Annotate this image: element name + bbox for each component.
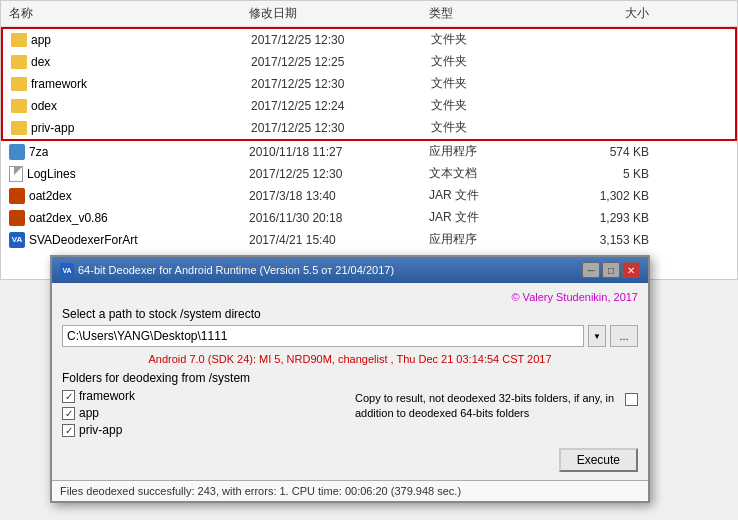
deodexer-dialog: VA 64-bit Deodexer for Android Runtime (… — [50, 255, 650, 503]
folders-left: Folders for deodexing from /system frame… — [62, 371, 345, 440]
file-type: 文件夹 — [431, 53, 551, 70]
path-input[interactable] — [62, 325, 584, 347]
table-row[interactable]: framework 2017/12/25 12:30 文件夹 — [3, 73, 735, 95]
file-date: 2017/3/18 13:40 — [249, 189, 429, 203]
table-header: 名称 修改日期 类型 大小 — [1, 1, 737, 27]
dialog-status: Files deodexed succesfully: 243, with er… — [52, 480, 648, 501]
file-name: LogLines — [27, 167, 76, 181]
minimize-button[interactable]: ─ — [582, 262, 600, 278]
checkbox[interactable] — [62, 424, 75, 437]
table-row[interactable]: odex 2017/12/25 12:24 文件夹 — [3, 95, 735, 117]
checkbox[interactable] — [62, 390, 75, 403]
file-type: 应用程序 — [429, 231, 549, 248]
file-size: 1,293 KB — [549, 211, 649, 225]
jar-icon — [9, 188, 25, 204]
dialog-title-icon: VA — [60, 263, 74, 277]
table-row[interactable]: dex 2017/12/25 12:25 文件夹 — [3, 51, 735, 73]
folder-icon — [11, 33, 27, 47]
selected-file-group: app 2017/12/25 12:30 文件夹 dex 2017/12/25 … — [1, 27, 737, 141]
table-row[interactable]: oat2dex_v0.86 2016/11/30 20:18 JAR 文件 1,… — [1, 207, 737, 229]
path-browse-button[interactable]: ... — [610, 325, 638, 347]
file-type: 文件夹 — [431, 97, 551, 114]
file-name: priv-app — [31, 121, 74, 135]
checkbox-label: framework — [79, 389, 135, 403]
path-label: Select a path to stock /system directo — [62, 307, 638, 321]
android-info: Android 7.0 (SDK 24): MI 5, NRD90M, chan… — [62, 353, 638, 365]
file-date: 2017/12/25 12:30 — [251, 77, 431, 91]
va-icon: VA — [9, 232, 25, 248]
file-name: odex — [31, 99, 57, 113]
file-date: 2017/4/21 15:40 — [249, 233, 429, 247]
checkbox-row[interactable]: app — [62, 406, 345, 420]
file-date: 2017/12/25 12:30 — [249, 167, 429, 181]
file-name: oat2dex — [29, 189, 72, 203]
table-row[interactable]: priv-app 2017/12/25 12:30 文件夹 — [3, 117, 735, 139]
file-size: 3,153 KB — [549, 233, 649, 247]
file-size: 1,302 KB — [549, 189, 649, 203]
dialog-window-controls: ─ □ ✕ — [582, 262, 640, 278]
file-type: 文件夹 — [431, 75, 551, 92]
file-name: 7za — [29, 145, 48, 159]
table-row[interactable]: oat2dex 2017/3/18 13:40 JAR 文件 1,302 KB — [1, 185, 737, 207]
table-row[interactable]: 7za 2010/11/18 11:27 应用程序 574 KB — [1, 141, 737, 163]
copy-text: Copy to result, not deodexed 32-bits fol… — [355, 391, 619, 422]
dialog-body: © Valery Studenikin, 2017 Select a path … — [52, 283, 648, 480]
header-size: 大小 — [549, 5, 649, 22]
header-name: 名称 — [9, 5, 249, 22]
close-button[interactable]: ✕ — [622, 262, 640, 278]
copyright-text: © Valery Studenikin, 2017 — [62, 291, 638, 303]
file-name: dex — [31, 55, 50, 69]
execute-row: Execute — [62, 448, 638, 472]
dialog-titlebar: VA 64-bit Deodexer for Android Runtime (… — [52, 257, 648, 283]
checkbox-label: priv-app — [79, 423, 122, 437]
file-type: 应用程序 — [429, 143, 549, 160]
copy-section: Copy to result, not deodexed 32-bits fol… — [355, 371, 638, 440]
file-date: 2017/12/25 12:30 — [251, 33, 431, 47]
file-date: 2017/12/25 12:25 — [251, 55, 431, 69]
file-date: 2017/12/25 12:24 — [251, 99, 431, 113]
file-name: framework — [31, 77, 87, 91]
table-row[interactable]: app 2017/12/25 12:30 文件夹 — [3, 29, 735, 51]
copy-checkbox[interactable] — [625, 393, 638, 406]
checkbox[interactable] — [62, 407, 75, 420]
folder-icon — [11, 55, 27, 69]
file-date: 2016/11/30 20:18 — [249, 211, 429, 225]
file-name: oat2dex_v0.86 — [29, 211, 108, 225]
file-type: JAR 文件 — [429, 209, 549, 226]
header-type: 类型 — [429, 5, 549, 22]
txt-icon — [9, 166, 23, 182]
exe-icon — [9, 144, 25, 160]
file-type: JAR 文件 — [429, 187, 549, 204]
execute-button[interactable]: Execute — [559, 448, 638, 472]
jar-icon — [9, 210, 25, 226]
maximize-button[interactable]: □ — [602, 262, 620, 278]
folders-label: Folders for deodexing from /system — [62, 371, 345, 385]
file-explorer: 名称 修改日期 类型 大小 app 2017/12/25 12:30 文件夹 d… — [0, 0, 738, 280]
file-date: 2017/12/25 12:30 — [251, 121, 431, 135]
folder-icon — [11, 99, 27, 113]
file-name: SVADeodexerForArt — [29, 233, 138, 247]
folders-section: Folders for deodexing from /system frame… — [62, 371, 638, 440]
checkbox-row[interactable]: priv-app — [62, 423, 345, 437]
path-dropdown-button[interactable]: ▼ — [588, 325, 606, 347]
file-date: 2010/11/18 11:27 — [249, 145, 429, 159]
file-type: 文件夹 — [431, 119, 551, 136]
table-row[interactable]: LogLines 2017/12/25 12:30 文本文档 5 KB — [1, 163, 737, 185]
file-type: 文件夹 — [431, 31, 551, 48]
file-type: 文本文档 — [429, 165, 549, 182]
folder-icon — [11, 77, 27, 91]
checkbox-label: app — [79, 406, 99, 420]
header-date: 修改日期 — [249, 5, 429, 22]
dialog-title-text: 64-bit Deodexer for Android Runtime (Ver… — [78, 264, 394, 276]
folder-icon — [11, 121, 27, 135]
dialog-title: VA 64-bit Deodexer for Android Runtime (… — [60, 263, 394, 277]
table-row[interactable]: VA SVADeodexerForArt 2017/4/21 15:40 应用程… — [1, 229, 737, 251]
checkbox-row[interactable]: framework — [62, 389, 345, 403]
path-row: ▼ ... — [62, 325, 638, 347]
file-name: app — [31, 33, 51, 47]
file-size: 574 KB — [549, 145, 649, 159]
file-size: 5 KB — [549, 167, 649, 181]
